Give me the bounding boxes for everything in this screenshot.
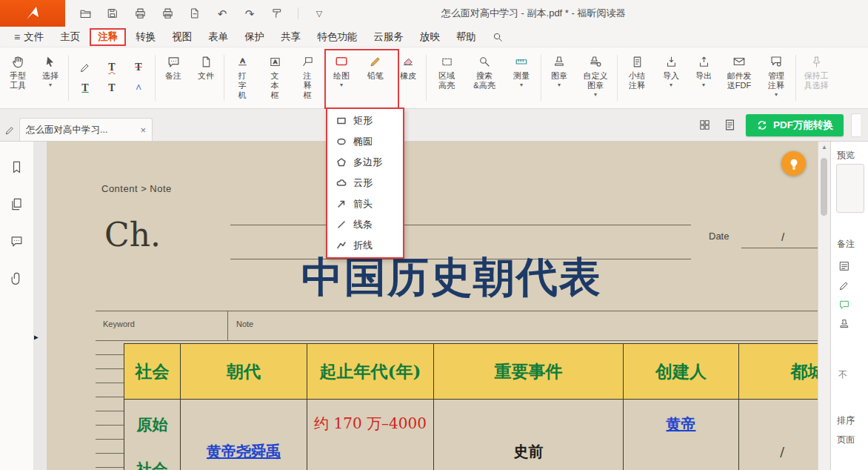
menu-convert[interactable]: 转换 — [127, 28, 164, 46]
document-area: Content > Note Ch. Date / 中国历史朝代表 Keywor… — [34, 142, 830, 470]
menu-view[interactable]: 视图 — [164, 28, 200, 46]
pdf-convert-button[interactable]: PDF万能转换 — [746, 114, 844, 136]
menu-form[interactable]: 表单 — [200, 28, 236, 46]
stamp-filter-button[interactable] — [838, 318, 850, 333]
table-header-capital: 都城 — [739, 344, 818, 399]
squiggly-underline-button[interactable]: T — [102, 59, 121, 76]
dynasty-link[interactable]: 黄帝尧舜禹 — [181, 442, 307, 462]
strikeout-button[interactable]: T — [129, 59, 148, 76]
menu-features[interactable]: 特色功能 — [309, 28, 365, 46]
ribbon-separator — [155, 55, 156, 101]
stamp-button[interactable]: 图章 ▾ — [544, 47, 574, 108]
file-annotation-button[interactable]: 文件 — [191, 47, 221, 108]
undo-button[interactable]: ↶ — [214, 5, 230, 21]
menu-home[interactable]: 主页 — [52, 28, 88, 46]
sort-dropdown-label[interactable]: 排序 — [837, 414, 855, 427]
search-highlight-button[interactable]: 搜索 &高亮 — [467, 47, 502, 108]
menu-item-polygon[interactable]: 多边形 — [327, 152, 403, 173]
scrollbar-thumb[interactable] — [821, 158, 827, 216]
highlight-filter-button[interactable] — [838, 279, 850, 294]
document-tab[interactable]: 怎么面对高中学习... × — [19, 118, 153, 141]
quick-print-button[interactable] — [159, 5, 176, 21]
tips-lightbulb-button[interactable] — [781, 151, 806, 176]
table-cell-dynasty: 黄帝尧舜禹 — [181, 400, 307, 470]
hand-tool-button[interactable]: 手型 工具 — [3, 47, 33, 108]
envelope-icon — [732, 53, 746, 70]
pages-panel-button[interactable] — [8, 195, 26, 213]
tab-close-icon[interactable]: × — [140, 125, 146, 135]
drawing-button[interactable]: 绘图 ▾ — [325, 47, 358, 108]
replace-text-button[interactable]: T — [102, 79, 121, 97]
menu-item-line[interactable]: 线条 — [327, 214, 403, 235]
textbox-button[interactable]: A 文 本 框 — [260, 47, 290, 108]
menu-protect[interactable]: 保护 — [236, 28, 273, 46]
note-type-icon — [838, 260, 850, 272]
edit-pencil-button[interactable] — [1, 119, 18, 141]
summary-comments-button[interactable]: 小结 注释 — [621, 47, 653, 108]
menu-cloud[interactable]: 云服务 — [365, 28, 412, 46]
import-button[interactable]: 导入 ▾ — [656, 47, 686, 108]
manage-comments-button[interactable]: 管理 注释 ▾ — [760, 47, 792, 108]
export-doc-button[interactable] — [187, 5, 203, 21]
save-button[interactable] — [104, 5, 121, 21]
email-fdf-button[interactable]: 邮件发 送FDF — [721, 47, 757, 108]
menu-help[interactable]: 帮助 — [448, 28, 484, 46]
search-button[interactable] — [492, 31, 504, 43]
measure-button[interactable]: 测量 ▾ — [505, 47, 538, 108]
menu-file[interactable]: ≡文件 — [6, 28, 52, 46]
ruled-line — [230, 225, 691, 225]
sidebar-expand-handle[interactable]: ▶ — [34, 333, 39, 341]
quick-printer-icon — [161, 7, 174, 20]
chapter-label: Ch. — [104, 216, 161, 254]
comment-green-icon — [838, 299, 850, 311]
page-grid-view-button[interactable] — [695, 116, 713, 134]
highlighter-icon — [838, 279, 850, 291]
bookmarks-panel-button[interactable] — [8, 158, 26, 176]
typewriter-button[interactable]: A 打 字 机 — [227, 47, 257, 108]
pdf-page[interactable]: Content > Note Ch. Date / 中国历史朝代表 Keywor… — [47, 142, 818, 470]
highlighter-icon — [79, 62, 91, 73]
underline-button[interactable]: T — [76, 79, 95, 97]
preview-section-label[interactable]: 预览 — [837, 149, 855, 162]
notes-section-label[interactable]: 备注 — [837, 238, 855, 251]
format-brush-button[interactable] — [269, 5, 285, 21]
toolbar-separator — [298, 7, 298, 19]
menu-item-rectangle[interactable]: 矩形 — [327, 110, 403, 131]
vertical-scrollbar[interactable]: ▲ — [818, 142, 830, 470]
redo-button[interactable]: ↷ — [241, 5, 258, 21]
ribbon-separator — [224, 55, 224, 101]
comment-filter-button[interactable] — [838, 299, 850, 314]
attachments-panel-button[interactable] — [8, 269, 26, 287]
page-layout-button[interactable] — [721, 116, 738, 134]
note-type-button[interactable] — [838, 260, 850, 275]
print-button[interactable] — [132, 5, 148, 21]
table-header-years: 起止年代(年) — [307, 344, 433, 399]
comments-panel-button[interactable] — [8, 232, 26, 250]
scroll-up-button[interactable]: ▲ — [818, 142, 830, 153]
keep-tool-selected-button[interactable]: 保持工 具选择 — [799, 47, 833, 108]
founder-link[interactable]: 黄帝 — [624, 414, 738, 434]
menu-share[interactable]: 共享 — [273, 28, 309, 46]
pencil-tool-button[interactable]: 铅笔 — [361, 47, 390, 108]
custom-stamp-button[interactable]: 自定义 图章 ▾ — [577, 47, 614, 108]
menu-item-cloud[interactable]: 云形 — [327, 173, 403, 193]
preview-thumbnail[interactable] — [836, 164, 864, 213]
area-highlight-button[interactable]: 区域 高亮 — [430, 47, 464, 108]
select-tool-button[interactable]: 选择 ▾ — [36, 47, 65, 108]
customize-toolbar-button[interactable]: ▽ — [311, 5, 327, 21]
menu-item-ellipse[interactable]: 椭圆 — [327, 131, 403, 152]
menu-comment[interactable]: 注释 — [90, 28, 126, 46]
sort-by-page-label[interactable]: 页面 — [837, 434, 855, 446]
callout-button[interactable]: 注 释 框 — [293, 47, 322, 108]
eraser-button[interactable]: 橡皮 — [393, 47, 423, 108]
menu-play[interactable]: 放映 — [412, 28, 448, 46]
export-button[interactable]: 导出 ▾ — [689, 47, 718, 108]
cloud-icon — [336, 178, 347, 188]
note-button[interactable]: 备注 — [158, 47, 188, 108]
menu-item-arrow[interactable]: 箭头 — [327, 193, 403, 214]
highlight-button[interactable] — [76, 59, 95, 76]
title-bar: ↶ ↷ ▽ 怎么面对高中学习 - 副本.pdf * - 福昕阅读器 — [0, 0, 868, 27]
insert-text-button[interactable]: ^ — [129, 79, 148, 97]
menu-item-polyline[interactable]: 折线 — [327, 235, 403, 256]
open-button[interactable] — [77, 5, 93, 21]
